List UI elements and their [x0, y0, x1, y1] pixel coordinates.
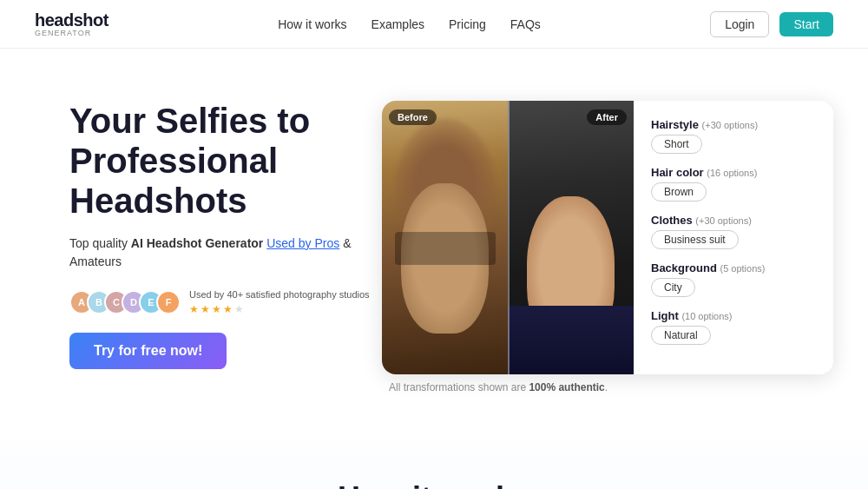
hero-title: Your Selfies to Professional Headshots — [69, 101, 382, 221]
nav-actions: Login Start — [710, 11, 833, 37]
star-rating: ★ ★ ★ ★ ★ — [189, 303, 370, 315]
navbar: headshot generator How it works Examples… — [0, 0, 868, 49]
after-image: After — [508, 101, 634, 374]
hero-subtitle-plain: Top quality — [69, 236, 131, 250]
auth-note-plain: All transformations shown are — [389, 381, 529, 393]
avatar-group: A B C D E F — [69, 290, 181, 314]
option-tag-short[interactable]: Short — [651, 135, 702, 154]
cta-button[interactable]: Try for free now! — [69, 333, 227, 369]
option-count-background: (5 options) — [720, 263, 765, 274]
option-light: Light (10 options) Natural — [651, 309, 816, 345]
glasses-decoration — [395, 232, 496, 265]
start-button[interactable]: Start — [779, 12, 833, 36]
nav-link-how-it-works[interactable]: How it works — [278, 17, 346, 31]
social-proof: A B C D E F Used by 40+ satisfied photog… — [69, 288, 382, 315]
proof-text-block: Used by 40+ satisfied photography studio… — [189, 288, 370, 315]
before-after-image: Before After — [382, 101, 634, 374]
how-it-works-section: How it works 3 steps in 5 min — [0, 428, 868, 489]
hero-section: Your Selfies to Professional Headshots T… — [0, 49, 868, 428]
option-title-hair-color: Hair color (16 options) — [651, 166, 816, 179]
logo-text: headshot — [35, 10, 108, 30]
option-clothes: Clothes (+30 options) Business suit — [651, 214, 816, 249]
option-hair-color: Hair color (16 options) Brown — [651, 166, 816, 202]
star-2: ★ — [201, 303, 210, 315]
auth-note-bold: 100% authentic — [529, 381, 604, 393]
logo-subtext: generator — [35, 29, 91, 37]
option-title-hairstyle: Hairstyle (+30 options) — [651, 118, 816, 131]
option-count-light: (10 options) — [681, 311, 732, 321]
option-tag-natural[interactable]: Natural — [651, 326, 711, 345]
option-count-hairstyle: (+30 options) — [702, 120, 759, 130]
option-tag-business-suit[interactable]: Business suit — [651, 230, 739, 249]
login-button[interactable]: Login — [710, 11, 769, 37]
hero-card-wrapper: Before After Hairstyle (+30 options) — [382, 101, 833, 393]
nav-link-pricing[interactable]: Pricing — [449, 17, 486, 31]
option-count-clothes: (+30 options) — [695, 215, 752, 226]
option-background: Background (5 options) City — [651, 261, 816, 297]
hero-subtitle-bold: AI Headshot Generator — [131, 236, 263, 250]
option-count-hair-color: (16 options) — [707, 168, 757, 178]
before-label: Before — [389, 109, 437, 125]
auth-note-end: . — [605, 381, 608, 393]
authenticity-note: All transformations shown are 100% authe… — [389, 381, 608, 393]
before-after-card: Before After Hairstyle (+30 options) — [382, 101, 833, 374]
star-5: ★ — [234, 303, 244, 315]
option-tag-brown[interactable]: Brown — [651, 182, 707, 202]
nav-link-examples[interactable]: Examples — [372, 17, 424, 31]
option-hairstyle: Hairstyle (+30 options) Short — [651, 118, 816, 154]
options-panel: Hairstyle (+30 options) Short Hair color… — [634, 101, 833, 374]
after-label: After — [587, 109, 627, 125]
before-image: Before — [382, 101, 508, 374]
proof-text: Used by 40+ satisfied photography studio… — [189, 288, 370, 301]
nav-links: How it works Examples Pricing FAQs — [278, 17, 541, 31]
suit-decoration — [508, 306, 634, 374]
avatar: F — [156, 290, 181, 314]
star-1: ★ — [189, 303, 199, 315]
star-4: ★ — [223, 303, 233, 315]
star-3: ★ — [212, 303, 221, 315]
how-title: How it works — [35, 480, 833, 489]
option-title-background: Background (5 options) — [651, 261, 816, 274]
logo[interactable]: headshot generator — [35, 10, 108, 37]
option-tag-city[interactable]: City — [651, 278, 695, 297]
option-title-clothes: Clothes (+30 options) — [651, 214, 816, 227]
hero-subtitle-link[interactable]: Used by Pros — [266, 236, 339, 250]
divider — [508, 101, 510, 374]
hero-left-content: Your Selfies to Professional Headshots T… — [69, 101, 382, 369]
option-title-light: Light (10 options) — [651, 309, 816, 322]
nav-link-faqs[interactable]: FAQs — [510, 17, 541, 31]
hero-subtitle: Top quality AI Headshot Generator Used b… — [69, 235, 382, 271]
